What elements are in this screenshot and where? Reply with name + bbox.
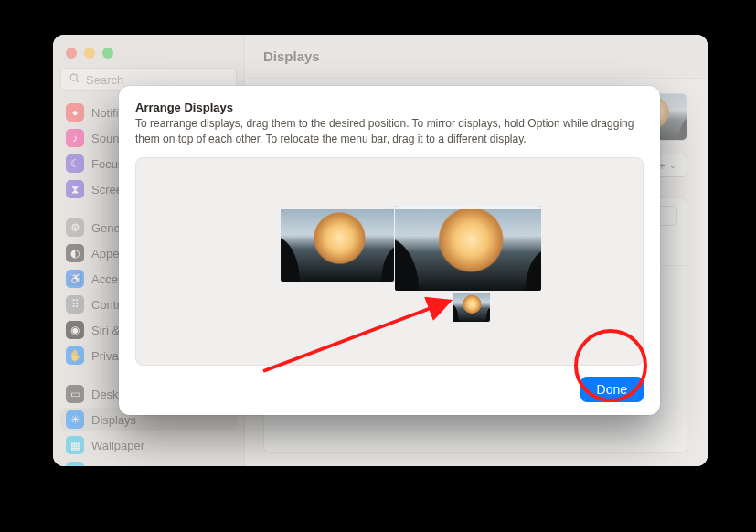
display-arrangement-area[interactable]	[135, 157, 644, 366]
sheet-title: Arrange Displays	[135, 101, 644, 114]
menu-bar-handle[interactable]	[395, 206, 541, 209]
sheet-description: To rearrange displays, drag them to the …	[135, 116, 644, 148]
done-button[interactable]: Done	[580, 377, 644, 402]
arrange-displays-sheet: Arrange Displays To rearrange displays, …	[119, 86, 660, 415]
display-2[interactable]	[395, 206, 541, 291]
display-1[interactable]	[281, 209, 394, 282]
display-3[interactable]	[453, 293, 490, 322]
